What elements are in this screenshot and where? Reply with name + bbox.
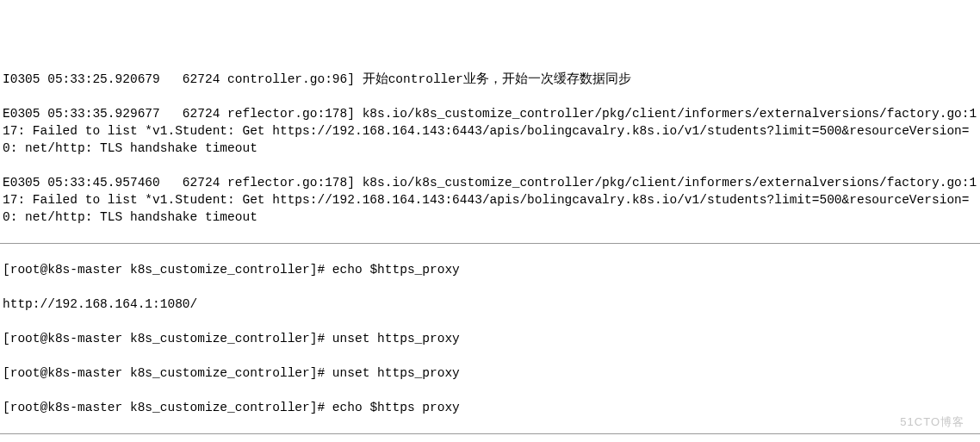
shell-prompt: [root@k8s-master k8s_customize_controlle… (3, 366, 325, 380)
shell-command: unset https_proxy (325, 366, 460, 380)
terminal-output: http://192.168.164.1:1080/ (0, 296, 980, 313)
terminal-line[interactable]: [root@k8s-master k8s_customize_controlle… (0, 399, 980, 416)
watermark: 51CTO博客 (900, 414, 964, 430)
shell-prompt: [root@k8s-master k8s_customize_controlle… (3, 332, 325, 346)
separator (0, 433, 980, 434)
terminal-line[interactable]: [root@k8s-master k8s_customize_controlle… (0, 261, 980, 278)
shell-prompt: [root@k8s-master k8s_customize_controlle… (3, 263, 325, 277)
terminal-line[interactable]: [root@k8s-master k8s_customize_controlle… (0, 330, 980, 347)
shell-command: echo $https_proxy (325, 263, 460, 277)
separator (0, 243, 980, 244)
shell-prompt: [root@k8s-master k8s_customize_controlle… (3, 401, 325, 414)
log-line-error: E0305 05:33:35.929677 62724 reflector.go… (0, 105, 980, 157)
shell-command: echo $https proxy (325, 401, 460, 414)
log-line-error: E0305 05:33:45.957460 62724 reflector.go… (0, 174, 980, 226)
log-line: I0305 05:33:25.920679 62724 controller.g… (0, 71, 980, 88)
shell-command: unset https_proxy (325, 332, 460, 346)
terminal-line[interactable]: [root@k8s-master k8s_customize_controlle… (0, 364, 980, 382)
